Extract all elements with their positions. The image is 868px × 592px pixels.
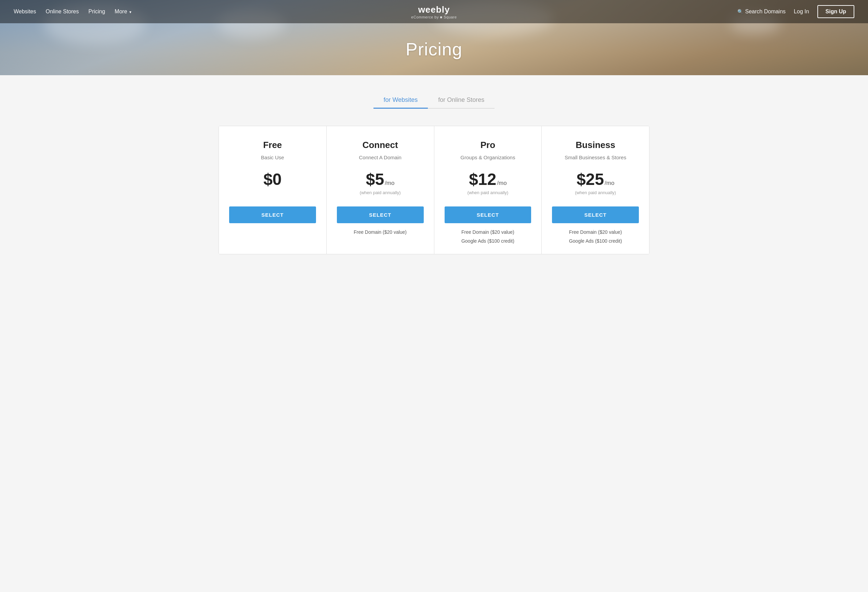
more-dropdown-arrow: ▼ [128,10,132,14]
plan-business-select[interactable]: SELECT [552,206,639,223]
hero-title: Pricing [406,39,462,59]
nav-link-online-stores[interactable]: Online Stores [46,9,79,15]
plan-connect-features: Free Domain ($20 value) [337,229,424,235]
plan-connect-price: $5 /mo [366,170,395,188]
plan-connect-mo: /mo [385,180,394,187]
plan-free-select[interactable]: SELECT [229,206,316,223]
plan-business-name: Business [576,140,615,150]
pricing-cards: Free Basic Use $0 SELECT Connect Connect… [218,126,650,254]
plan-connect-select[interactable]: SELECT [337,206,424,223]
nav-left: Websites Online Stores Pricing More ▼ [14,9,132,15]
navbar: Websites Online Stores Pricing More ▼ we… [0,0,868,23]
search-icon: 🔍 [737,9,743,14]
plan-pro: Pro Groups & Organizations $12 /mo (when… [434,126,542,254]
plan-business-mo: /mo [605,180,614,187]
nav-link-more[interactable]: More ▼ [115,9,132,15]
logo-sub: eCommerce by ■ Square [411,15,456,19]
plan-connect-name: Connect [363,140,398,150]
plan-business-features: Free Domain ($20 value) Google Ads ($100… [552,229,639,244]
list-item: Google Ads ($100 credit) [552,238,639,244]
login-link[interactable]: Log In [794,9,809,15]
plan-business-price: $25 /mo [577,170,614,188]
signup-button[interactable]: Sign Up [817,5,854,18]
tab-for-websites[interactable]: for Websites [373,92,428,109]
plan-pro-name: Pro [481,140,495,150]
plan-pro-mo: /mo [497,180,506,187]
plan-connect-tagline: Connect A Domain [359,155,402,160]
plan-pro-select[interactable]: SELECT [444,206,531,223]
plan-pro-features: Free Domain ($20 value) Google Ads ($100… [444,229,531,244]
list-item: Free Domain ($20 value) [337,229,424,235]
plan-free-tagline: Basic Use [261,155,284,160]
plan-pro-price: $12 /mo [469,170,506,188]
tab-for-online-stores[interactable]: for Online Stores [428,92,495,109]
nav-link-websites[interactable]: Websites [14,9,36,15]
plan-business: Business Small Businesses & Stores $25 /… [542,126,649,254]
nav-right: 🔍 Search Domains Log In Sign Up [737,5,854,18]
tabs-container: for Websites for Online Stores [373,92,495,109]
plan-connect-annual: (when paid annually) [360,190,401,197]
plan-business-tagline: Small Businesses & Stores [565,155,626,160]
site-logo: weebly eCommerce by ■ Square [411,4,456,19]
plan-pro-tagline: Groups & Organizations [461,155,515,160]
list-item: Free Domain ($20 value) [552,229,639,235]
list-item: Free Domain ($20 value) [444,229,531,235]
plan-free-name: Free [263,140,282,150]
plan-free: Free Basic Use $0 SELECT [219,126,326,254]
plan-free-price: $0 [263,170,282,188]
search-domains-link[interactable]: 🔍 Search Domains [737,9,785,15]
tabs-section: for Websites for Online Stores [0,75,868,116]
plan-connect: Connect Connect A Domain $5 /mo (when pa… [326,126,434,254]
plan-business-annual: (when paid annually) [575,190,616,197]
pricing-section: Free Basic Use $0 SELECT Connect Connect… [0,116,868,268]
plan-pro-annual: (when paid annually) [467,190,508,197]
nav-link-pricing[interactable]: Pricing [88,9,105,15]
list-item: Google Ads ($100 credit) [444,238,531,244]
logo-text: weebly [411,4,456,15]
